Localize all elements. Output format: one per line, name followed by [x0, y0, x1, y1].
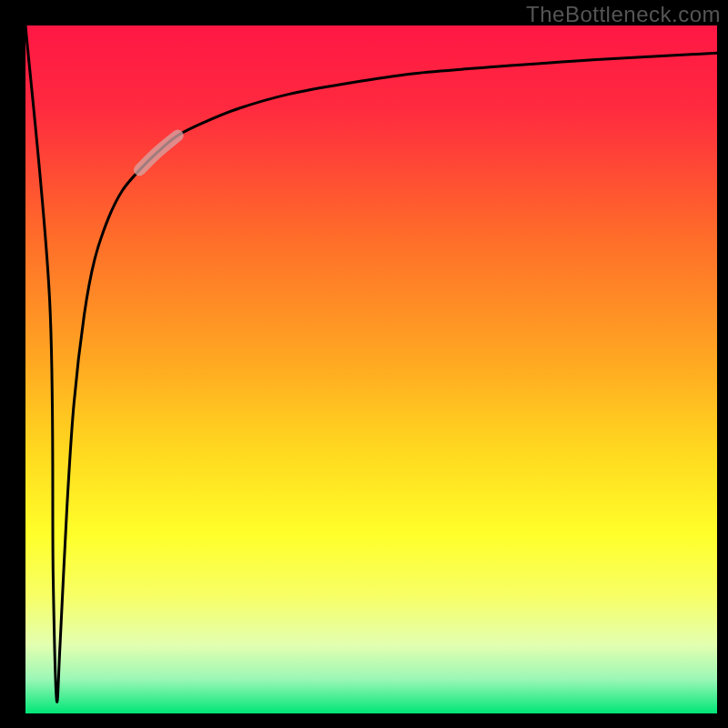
chart-frame: TheBottleneck.com: [0, 0, 728, 728]
bottleneck-chart: [0, 0, 728, 728]
plot-area: [25, 25, 717, 713]
watermark-text: TheBottleneck.com: [526, 2, 721, 27]
